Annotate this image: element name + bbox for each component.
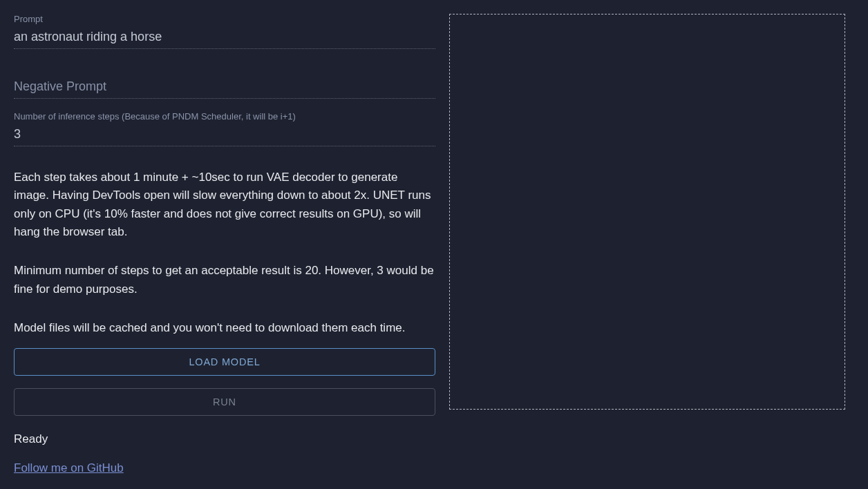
status-text: Ready — [14, 432, 435, 446]
info-paragraph-2: Minimum number of steps to get an accept… — [14, 262, 435, 298]
steps-group: Number of inference steps (Because of PN… — [14, 111, 435, 146]
run-button[interactable]: RUN — [14, 388, 435, 416]
info-paragraph-3: Model files will be cached and you won't… — [14, 319, 435, 337]
prompt-group: Prompt — [14, 14, 435, 49]
left-panel: Prompt Number of inference steps (Becaus… — [14, 14, 435, 475]
negative-prompt-group — [14, 78, 435, 99]
steps-input[interactable] — [14, 126, 435, 144]
info-paragraph-1: Each step takes about 1 minute + ~10sec … — [14, 169, 435, 241]
negative-prompt-input[interactable] — [14, 78, 435, 97]
prompt-input[interactable] — [14, 28, 435, 47]
github-link[interactable]: Follow me on GitHub — [14, 461, 435, 475]
load-model-button[interactable]: LOAD MODEL — [14, 348, 435, 376]
prompt-label: Prompt — [14, 14, 435, 24]
steps-label: Number of inference steps (Because of PN… — [14, 111, 435, 122]
right-panel — [449, 14, 854, 475]
image-output-placeholder — [449, 14, 845, 410]
